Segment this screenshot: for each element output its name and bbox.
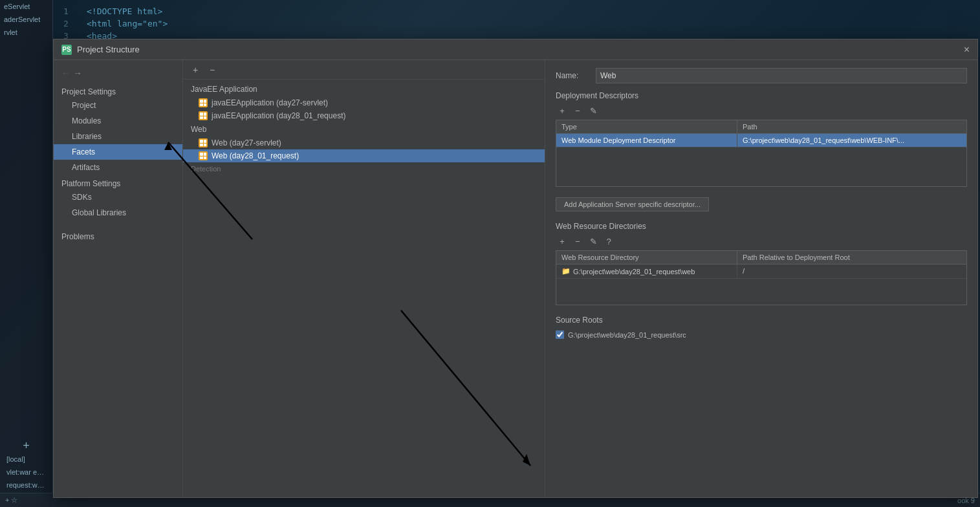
cell-path: G:\project\web\day28_01_request\web\WEB-… — [737, 134, 966, 147]
source-root-checkbox[interactable] — [556, 330, 564, 339]
close-button[interactable]: × — [964, 45, 970, 55]
name-input[interactable] — [596, 68, 967, 83]
col-dir: Web Resource Directory — [556, 251, 737, 264]
web-resource-section: Web Resource Directories + − ✎ ? Web Res… — [556, 222, 967, 305]
sidebar-item-project[interactable]: Project — [54, 98, 182, 113]
sidebar-item-libraries[interactable]: Libraries — [54, 129, 182, 144]
problems-label: Problems — [54, 228, 182, 243]
wr-help-button[interactable]: ? — [602, 235, 615, 248]
sidebar-item-artifacts[interactable]: Artifacts — [54, 160, 182, 175]
nav-back-row: ← → — [54, 65, 182, 81]
source-root-label: G:\project\web\day28_01_request\src — [568, 331, 686, 339]
left-panel-item: rvlet — [0, 26, 52, 39]
dd-edit-button[interactable]: ✎ — [587, 104, 600, 117]
col-path: Path — [737, 120, 966, 133]
remove-facet-button[interactable]: − — [205, 63, 219, 77]
dd-remove-button[interactable]: − — [571, 104, 584, 117]
left-panel-item: eServlet — [0, 0, 52, 13]
facets-icon — [199, 138, 208, 147]
status-local: [local] — [3, 453, 50, 466]
tree-item-web-day27[interactable]: Web (day27-servlet) — [183, 136, 545, 149]
status-war2: request:war exp — [3, 479, 50, 491]
web-group-label: Web — [183, 122, 545, 136]
tree-item-javaee-day27[interactable]: javaEEApplication (day27-servlet) — [183, 96, 545, 109]
cell-dir: 📁 G:\project\web\day28_01_request\web — [556, 264, 737, 278]
name-label: Name: — [556, 71, 588, 80]
project-structure-dialog: PS Project Structure × ← → Project Setti… — [53, 39, 978, 498]
wr-remove-button[interactable]: − — [571, 235, 584, 248]
dd-add-button[interactable]: + — [556, 104, 569, 117]
table-header-dd: Type Path — [556, 120, 966, 134]
left-panel: eServlet aderServlet rvlet + [local] vle… — [0, 0, 53, 507]
center-toolbar: + − — [183, 60, 545, 80]
javaee-group-label: JavaEE Application — [183, 82, 545, 96]
nav-back-button[interactable]: ← — [61, 68, 71, 78]
deployment-descriptors-section: Deployment Descriptors + − ✎ Type Path W… — [556, 91, 967, 211]
nav-sidebar: ← → Project Settings Project Modules Lib… — [54, 60, 183, 497]
wr-edit-button[interactable]: ✎ — [587, 235, 600, 248]
table-header-wr: Web Resource Directory Path Relative to … — [556, 251, 966, 264]
sidebar-item-sdks[interactable]: SDKs — [54, 189, 182, 205]
cell-type: Web Module Deployment Descriptor — [556, 134, 737, 147]
col-type: Type — [556, 120, 737, 133]
sidebar-item-global-libraries[interactable]: Global Libraries — [54, 205, 182, 221]
source-root-row[interactable]: G:\project\web\day28_01_request\src — [556, 329, 967, 341]
status-left: + ☆ — [5, 496, 17, 504]
left-panel-item: aderServlet — [0, 13, 52, 26]
facets-icon — [199, 98, 208, 107]
platform-settings-label: Platform Settings — [54, 175, 182, 189]
dialog-title-text: Project Structure — [77, 45, 140, 54]
dialog-body: ← → Project Settings Project Modules Lib… — [54, 60, 977, 497]
detection-label: Detection — [183, 162, 545, 175]
status-war1: vlet:war explode — [3, 466, 50, 479]
facets-icon — [199, 151, 208, 160]
center-panel: + − JavaEE Application javaEEApplication… — [183, 60, 545, 497]
table-row-wr[interactable]: 📁 G:\project\web\day28_01_request\web / — [556, 264, 966, 279]
deployment-descriptors-title: Deployment Descriptors — [556, 91, 967, 100]
cell-rel-path: / — [737, 264, 966, 278]
editor-line-1: 1 <!DOCTYPE html> — [58, 5, 980, 17]
folder-icon: 📁 — [561, 267, 571, 275]
table-row[interactable]: Web Module Deployment Descriptor G:\proj… — [556, 134, 966, 147]
sidebar-item-modules[interactable]: Modules — [54, 113, 182, 129]
add-icon[interactable]: + — [23, 439, 30, 453]
right-panel: Name: Deployment Descriptors + − ✎ Type … — [545, 60, 977, 497]
col-rel-path: Path Relative to Deployment Root — [737, 251, 966, 264]
wr-add-button[interactable]: + — [556, 235, 569, 248]
editor-line-2: 2 <html lang="en"> — [58, 17, 980, 30]
dialog-title-icon: PS — [61, 45, 72, 55]
wr-toolbar: + − ✎ ? — [556, 235, 967, 248]
name-field-row: Name: — [556, 68, 967, 83]
dd-toolbar: + − ✎ — [556, 104, 967, 117]
dialog-title: PS Project Structure — [61, 45, 140, 55]
project-settings-label: Project Settings — [54, 83, 182, 98]
web-resource-title: Web Resource Directories — [556, 222, 967, 231]
dialog-titlebar: PS Project Structure × — [54, 39, 977, 60]
add-descriptor-button[interactable]: Add Application Server specific descript… — [556, 197, 709, 211]
deployment-descriptors-table: Type Path Web Module Deployment Descript… — [556, 120, 967, 187]
nav-forward-button[interactable]: → — [73, 68, 82, 78]
source-roots-section: Source Roots G:\project\web\day28_01_req… — [556, 316, 967, 341]
web-resource-table: Web Resource Directory Path Relative to … — [556, 250, 967, 305]
facets-icon — [199, 111, 208, 120]
tree-item-web-day28[interactable]: Web (day28_01_request) — [183, 149, 545, 162]
source-roots-title: Source Roots — [556, 316, 967, 325]
tree-item-javaee-day28[interactable]: javaEEApplication (day28_01_request) — [183, 109, 545, 122]
add-facet-button[interactable]: + — [188, 63, 202, 77]
sidebar-item-facets[interactable]: Facets — [54, 144, 182, 160]
facets-tree: JavaEE Application javaEEApplication (da… — [183, 80, 545, 497]
